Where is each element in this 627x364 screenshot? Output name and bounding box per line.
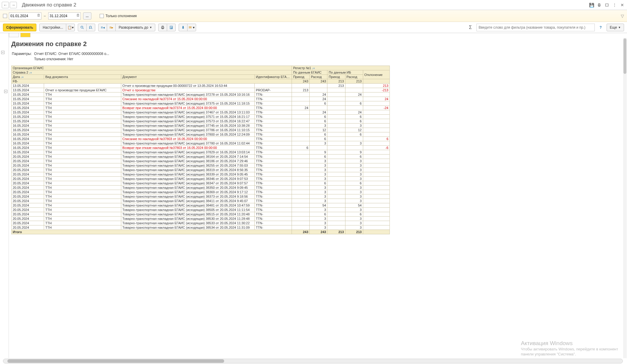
print-icon[interactable] bbox=[596, 2, 602, 8]
table-row[interactable]: 15.05.2024ТТНТоварно-транспортная наклад… bbox=[12, 92, 390, 97]
table-row[interactable]: 16.05.2024ТТНТоварно-транспортная наклад… bbox=[12, 150, 390, 155]
header-date[interactable]: Дата bbox=[12, 75, 44, 79]
calendar-icon[interactable]: 🗓 bbox=[37, 13, 41, 17]
save-report-button[interactable]: ⬇ bbox=[179, 24, 188, 31]
form-report-button[interactable]: Сформировать bbox=[3, 24, 36, 31]
filter-icon[interactable]: ▽ bbox=[621, 14, 624, 18]
table-row[interactable]: 15.05.2024ТТНТоварно-транспортная наклад… bbox=[12, 110, 390, 115]
table-row[interactable]: 20.05.2024ТТНТоварно-транспортная наклад… bbox=[12, 181, 390, 186]
header-egais-income[interactable]: Приход bbox=[292, 75, 310, 79]
table-row[interactable]: 20.05.2024ТТНТоварно-транспортная наклад… bbox=[12, 177, 390, 181]
header-spravka[interactable]: Справка 2 bbox=[12, 70, 292, 75]
svg-point-4 bbox=[81, 26, 83, 28]
window-title: Движения по справке 2 bbox=[22, 2, 76, 8]
table-row[interactable]: 15.05.2024ТТНТоварно-транспортная наклад… bbox=[12, 119, 390, 124]
report-area: − − Движения по справке 2 Параметры:Отче… bbox=[0, 33, 627, 364]
sheet-tabs bbox=[9, 33, 31, 38]
header-egais-expense[interactable]: Расход bbox=[310, 75, 327, 79]
only-deviations-checkbox[interactable] bbox=[100, 14, 104, 18]
window-icon[interactable] bbox=[604, 2, 610, 8]
table-row[interactable]: 20.05.2024ТТНТоварно-транспортная наклад… bbox=[12, 190, 390, 194]
collapse-group-button[interactable]: − bbox=[4, 90, 7, 93]
nav-forward-button[interactable]: → bbox=[10, 2, 17, 8]
group-row[interactable]: FB- 243 243 213 213 bbox=[12, 79, 390, 84]
header-org[interactable]: Организация ЕГАИС bbox=[12, 66, 292, 70]
nav-back-button[interactable]: ← bbox=[2, 2, 9, 8]
table-row[interactable]: 16.05.2024ТТНТоварно-транспортная наклад… bbox=[12, 141, 390, 146]
collapse-params-button[interactable]: − bbox=[1, 51, 4, 54]
expand-groups-button[interactable]: ≡▸ bbox=[107, 24, 116, 31]
calendar-icon[interactable]: 🗓 bbox=[76, 13, 80, 17]
table-row[interactable]: 16.05.2024ТТНТоварно-транспортная наклад… bbox=[12, 124, 390, 128]
send-mail-button[interactable]: ✉▾ bbox=[187, 24, 196, 31]
date-separator: – bbox=[44, 14, 46, 18]
header-doc-type[interactable]: Вид документа bbox=[44, 75, 121, 79]
table-row[interactable]: 16.05.2024ТТНВозврат при отказе накладно… bbox=[12, 146, 390, 150]
table-row[interactable]: 16.05.2024ТТНТоварно-транспортная наклад… bbox=[12, 132, 390, 137]
table-row[interactable]: 20.05.2024ТТНТоварно-транспортная наклад… bbox=[12, 163, 390, 168]
date-from-input[interactable] bbox=[9, 12, 41, 20]
table-row[interactable]: 20.05.2024ТТНТоварно-транспортная наклад… bbox=[12, 168, 390, 172]
sheet-tab-1[interactable] bbox=[9, 33, 19, 37]
filter-search-input[interactable] bbox=[476, 24, 595, 31]
collapse-groups-button[interactable]: ≡◂ bbox=[98, 24, 107, 31]
table-row[interactable]: 20.05.2024ТТНТоварно-транспортная наклад… bbox=[12, 159, 390, 163]
horizontal-scrollbar[interactable] bbox=[3, 359, 623, 363]
header-egais-data[interactable]: По данным ЕГАИС bbox=[292, 70, 327, 75]
toolbar: Сформировать Настройки... 📋▾ ≡◂ ≡▸ Разво… bbox=[0, 22, 627, 33]
header-egais-id[interactable]: Идентификатор ЕГАИС bbox=[254, 75, 292, 79]
help-button[interactable]: ? bbox=[599, 25, 602, 30]
report-content: Движения по справке 2 Параметры:Отчет ЕГ… bbox=[9, 38, 623, 358]
table-row[interactable]: 15.05.2024ТТНВозврат при отказе накладно… bbox=[12, 106, 390, 110]
save-icon[interactable]: 💾 bbox=[589, 2, 594, 8]
table-row[interactable]: 16.05.2024ТТНТоварно-транспортная наклад… bbox=[12, 128, 390, 132]
table-row[interactable]: 20.05.2024ТТНТоварно-транспортная наклад… bbox=[12, 172, 390, 177]
period-enable-checkbox[interactable] bbox=[3, 14, 7, 18]
table-row[interactable]: 20.05.2024ТТНТоварно-транспортная наклад… bbox=[12, 217, 390, 221]
tree-gutter: − − bbox=[0, 33, 9, 358]
report-parameters: Параметры:Отчет ЕГАИС: Отчет ЕГАИС 00000… bbox=[11, 51, 111, 62]
svg-line-5 bbox=[83, 28, 84, 29]
period-select-button[interactable]: ... bbox=[83, 12, 91, 20]
vertical-scrollbar[interactable] bbox=[623, 38, 627, 358]
header-document[interactable]: Документ bbox=[121, 75, 254, 79]
table-row[interactable]: 20.05.2024ТТНТоварно-транспортная наклад… bbox=[12, 221, 390, 225]
header-ib-expense[interactable]: Расход bbox=[345, 75, 363, 79]
title-bar: ← → Движения по справке 2 💾 ⋮ ✕ bbox=[0, 0, 627, 10]
find-next-button[interactable] bbox=[86, 24, 95, 31]
find-button[interactable] bbox=[78, 24, 87, 31]
filter-bar: 🗓 – 🗓 ... Только отклонения ▽ bbox=[0, 10, 627, 22]
table-row[interactable]: 20.05.2024ТТНТоварно-транспортная наклад… bbox=[12, 208, 390, 212]
header-deviation[interactable]: Отклонение bbox=[363, 70, 390, 79]
expand-to-button[interactable]: Разворачивать до ▼ bbox=[115, 24, 155, 31]
svg-rect-9 bbox=[162, 26, 164, 27]
header-ib-data[interactable]: По данным ИБ bbox=[327, 70, 363, 75]
table-row[interactable]: 15.05.2024ТТНТоварно-транспортная наклад… bbox=[12, 101, 390, 106]
sum-icon[interactable]: Σ bbox=[469, 25, 472, 30]
table-row[interactable]: 15.05.2024ТТНСписание по накладной №3737… bbox=[12, 97, 390, 101]
header-ib-income[interactable]: Приход bbox=[327, 75, 345, 79]
table-row[interactable]: 20.05.2024ТТНТоварно-транспортная наклад… bbox=[12, 199, 390, 203]
table-row[interactable]: 20.05.2024ТТНТоварно-транспортная наклад… bbox=[12, 155, 390, 159]
sheet-tab-2[interactable] bbox=[20, 33, 30, 37]
close-icon[interactable]: ✕ bbox=[619, 2, 625, 8]
header-register[interactable]: Регистр №1 bbox=[292, 66, 390, 70]
table-row[interactable]: 16.05.2024ТТНСписание по накладной №3780… bbox=[12, 137, 390, 141]
table-row[interactable]: 13.05.2024Отчет о производстве продукции… bbox=[12, 88, 390, 92]
table-row[interactable]: 20.05.2024ТТНТоварно-транспортная наклад… bbox=[12, 225, 390, 230]
table-row[interactable]: 20.05.2024ТТНТоварно-транспортная наклад… bbox=[12, 194, 390, 199]
settings-menu-button[interactable]: 📋▾ bbox=[66, 24, 75, 31]
date-to-input[interactable] bbox=[48, 12, 81, 20]
more-vertical-icon[interactable]: ⋮ bbox=[612, 2, 618, 8]
preview-button[interactable] bbox=[167, 24, 176, 31]
table-row[interactable]: 15.05.2024ТТНТоварно-транспортная наклад… bbox=[12, 115, 390, 119]
svg-rect-3 bbox=[605, 4, 608, 6]
table-row[interactable]: 20.05.2024ТТНТоварно-транспортная наклад… bbox=[12, 186, 390, 190]
table-row[interactable]: 13.05.2024Отчет о производстве продукции… bbox=[12, 84, 390, 88]
print-button[interactable] bbox=[158, 24, 167, 31]
more-button[interactable]: Еще ▼ bbox=[607, 24, 624, 31]
svg-point-12 bbox=[171, 27, 172, 28]
table-row[interactable]: 20.05.2024ТТНТоварно-транспортная наклад… bbox=[12, 203, 390, 208]
table-row[interactable]: 20.05.2024ТТНТоварно-транспортная наклад… bbox=[12, 212, 390, 217]
settings-button[interactable]: Настройки... bbox=[39, 24, 66, 31]
